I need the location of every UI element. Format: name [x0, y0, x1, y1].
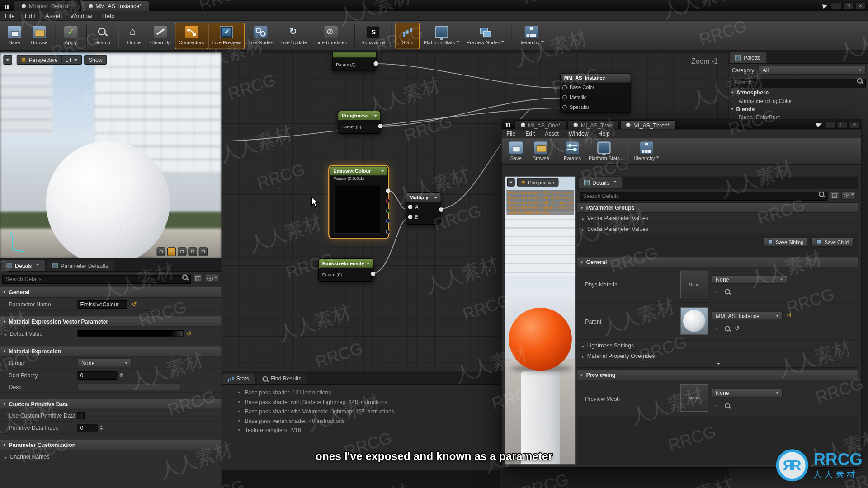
viewport-camera-icon[interactable] — [167, 247, 176, 256]
input-pin[interactable] — [562, 95, 567, 100]
menu-asset[interactable]: Asset — [40, 11, 66, 20]
phys-material-dropdown[interactable]: None — [712, 275, 788, 284]
search-input[interactable] — [2, 275, 191, 284]
instance-viewport[interactable]: Perspective Base pass shader: 121 instru… — [505, 177, 575, 465]
maximize-button[interactable] — [837, 121, 847, 128]
primitive-data-index-input[interactable] — [77, 423, 97, 432]
spinner-icon[interactable] — [99, 424, 104, 432]
clean-up-button[interactable]: Clean Up — [146, 23, 174, 49]
perspective-button[interactable]: Perspective — [517, 178, 559, 186]
grid-view-button[interactable] — [193, 274, 203, 283]
preview-nodes-button[interactable]: Preview Nodes — [463, 23, 508, 49]
collapse-icon[interactable] — [381, 170, 384, 174]
preview-mesh-thumbnail[interactable]: None — [680, 384, 708, 412]
home-button[interactable]: Home — [122, 23, 146, 49]
window-tab-material[interactable]: MM_AS_Instance* — [80, 0, 150, 11]
node-emissive-intensity[interactable]: EmissiveIntensity Param (0) — [318, 258, 373, 282]
palette-search-input[interactable] — [731, 78, 866, 87]
browse-button[interactable]: Browse — [528, 139, 553, 164]
use-selected-icon[interactable] — [714, 325, 720, 331]
lit-button[interactable]: Lit — [61, 55, 82, 65]
output-pin[interactable] — [439, 207, 443, 212]
palette-category[interactable]: Atmosphere — [728, 88, 868, 96]
menu-asset[interactable]: Asset — [540, 130, 564, 138]
reset-icon[interactable] — [787, 313, 792, 319]
search-input[interactable] — [580, 192, 828, 201]
use-selected-icon[interactable] — [714, 402, 720, 408]
menu-file[interactable]: File — [0, 11, 20, 20]
history-icon[interactable] — [735, 325, 740, 331]
substance-button[interactable]: Substance — [358, 23, 388, 49]
output-pin-g[interactable] — [386, 209, 390, 213]
expander-icon[interactable] — [577, 353, 587, 359]
section-custom-primitive-data[interactable]: Custom Primitive Data — [0, 399, 222, 409]
viewport-tool-icon[interactable] — [199, 247, 208, 256]
input-pin[interactable] — [562, 105, 567, 110]
parent-thumbnail[interactable] — [680, 307, 708, 335]
browse-to-icon[interactable] — [725, 403, 731, 409]
live-update-button[interactable]: Live Update — [277, 23, 311, 49]
close-button[interactable] — [855, 2, 866, 9]
menu-file[interactable]: File — [501, 130, 520, 138]
expander-icon[interactable] — [577, 225, 587, 231]
instance-tab-two[interactable]: MI_AS_Two* — [568, 120, 619, 130]
viewport-options-button[interactable] — [507, 178, 515, 186]
expander-icon[interactable] — [0, 331, 10, 337]
hide-unrelated-button[interactable]: Hide Unrelated — [311, 23, 351, 49]
viewport-tool-icon[interactable] — [178, 247, 187, 256]
input-pin-a[interactable] — [408, 205, 412, 209]
section-general[interactable]: General — [577, 257, 858, 267]
preview-mesh-dropdown[interactable]: None — [712, 389, 783, 398]
output-pin-r[interactable] — [386, 199, 390, 203]
menu-help[interactable]: Help — [594, 130, 615, 138]
expander-icon[interactable] — [577, 342, 587, 348]
tab-parameter-defaults[interactable]: Parameter Defaults — [47, 260, 114, 271]
category-dropdown[interactable]: All — [759, 66, 866, 75]
node-emissive-colour[interactable]: EmissiveColour Param (0,0,0,1) — [330, 166, 388, 238]
expander-icon[interactable] — [0, 453, 10, 459]
expander-icon[interactable] — [577, 215, 587, 221]
section-parameter-groups[interactable]: Parameter Groups — [577, 203, 858, 213]
node-mm-as-instance[interactable]: MM_AS_Instance Base Color Metallic Specu… — [560, 73, 631, 113]
output-pin[interactable] — [374, 61, 378, 66]
row-scalar-parameter-values[interactable]: Scalar Parameter Values — [577, 224, 858, 234]
apply-button[interactable]: Apply — [59, 23, 83, 49]
group-dropdown[interactable]: None — [77, 358, 132, 367]
use-selected-icon[interactable] — [714, 288, 720, 294]
platform-stats-button[interactable]: Platform Stats — [420, 23, 463, 49]
palette-category[interactable]: Blends — [728, 105, 868, 113]
spinner-icon[interactable] — [118, 371, 123, 379]
node-multiply[interactable]: Multiply A B — [406, 192, 441, 225]
hierarchy-button[interactable]: Hierarchy — [515, 23, 547, 49]
show-button[interactable]: Show — [84, 55, 107, 65]
collapse-icon[interactable] — [367, 263, 370, 266]
output-pin-rgba[interactable] — [386, 189, 390, 193]
tab-details[interactable]: Details — [579, 177, 622, 188]
row-lightmass-settings[interactable]: Lightmass Settings — [577, 340, 858, 351]
section-material-expression[interactable]: Material Expression — [0, 347, 222, 357]
tab-details[interactable]: Details — [1, 260, 44, 271]
browse-to-icon[interactable] — [725, 289, 731, 296]
output-pin[interactable] — [371, 272, 375, 276]
params-button[interactable]: Params — [560, 139, 585, 164]
live-preview-button[interactable]: Live Preview — [208, 23, 245, 49]
feedback-icon[interactable] — [816, 122, 823, 127]
viewport-tool-icon[interactable] — [188, 247, 197, 256]
sort-priority-input[interactable] — [77, 371, 117, 379]
tab-stats[interactable]: Stats — [222, 374, 255, 384]
minimize-button[interactable] — [831, 2, 841, 9]
section-vector-parameter[interactable]: Material Expression Vector Parameter — [0, 316, 222, 327]
save-button[interactable]: Save — [2, 23, 27, 49]
save-child-button[interactable]: Save Child — [812, 237, 854, 247]
save-sibling-button[interactable]: Save Sibling — [763, 237, 808, 247]
output-pin[interactable] — [378, 124, 382, 128]
hierarchy-button[interactable]: Hierarchy — [630, 139, 663, 164]
visibility-filter-button[interactable] — [841, 191, 856, 200]
instance-editor-window[interactable]: MI_AS_One* MI_AS_Two* MI_AS_Three* File … — [501, 119, 861, 467]
use-custom-primitive-checkbox[interactable] — [77, 412, 85, 419]
visibility-filter-button[interactable] — [205, 274, 219, 283]
menu-window[interactable]: Window — [66, 11, 97, 20]
tab-find-results[interactable]: Find Results — [257, 374, 307, 384]
output-pin-b[interactable] — [386, 219, 390, 223]
node-param-top[interactable]: Param (0) — [332, 52, 377, 71]
